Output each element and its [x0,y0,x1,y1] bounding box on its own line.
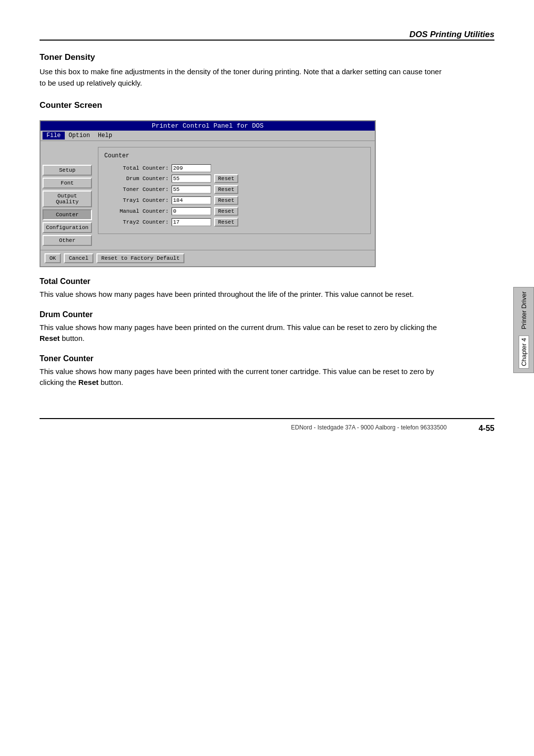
menu-help[interactable]: Help [94,132,116,140]
manual-counter-label: Manual Counter: [104,208,169,214]
header: DOS Printing Utilities [40,30,494,41]
counter-box: Counter Total Counter: Drum Counter: Res… [98,147,371,234]
drum-counter-body-text2: button. [60,334,85,342]
sidebar-btn-configuration[interactable]: Configuration [43,222,92,233]
drum-counter-body: This value shows how many pages have bee… [40,322,445,344]
drum-counter-heading: Drum Counter [40,310,494,319]
toner-counter-input[interactable] [172,186,211,193]
page-number: 4-55 [479,424,494,433]
toner-density-body: Use this box to make fine adjustments in… [40,66,445,89]
toner-counter-label: Toner Counter: [104,187,169,192]
dos-main-panel: Counter Total Counter: Drum Counter: Res… [96,145,373,246]
toner-reset-button[interactable]: Reset [214,185,238,194]
cancel-button[interactable]: Cancel [64,253,93,263]
drum-counter-input[interactable] [172,175,211,183]
chapter-label: Chapter 4 [519,335,529,369]
menu-file[interactable]: File [43,132,65,140]
printer-driver-label: Printer Driver [520,291,528,330]
toner-counter-body-bold: Reset [78,378,98,386]
counter-row-total: Total Counter: [104,164,364,172]
total-counter-input[interactable] [172,164,211,172]
right-tab: Printer Driver Chapter 4 [513,287,534,373]
counter-row-toner: Toner Counter: Reset [104,185,364,194]
tray1-counter-label: Tray1 Counter: [104,197,169,203]
sidebar-btn-font[interactable]: Font [43,178,92,189]
sidebar-btn-output-quality[interactable]: Output Quality [43,190,92,207]
page-footer: EDNord - Istedgade 37A - 9000 Aalborg - … [40,418,494,433]
toner-counter-body-text2: button. [98,378,123,386]
tray2-counter-input[interactable] [172,218,211,226]
manual-counter-input[interactable] [172,207,211,215]
counter-row-drum: Drum Counter: Reset [104,174,364,183]
dos-sidebar: Setup Font Output Quality Counter Config… [43,145,92,246]
drum-counter-body-bold: Reset [40,334,60,342]
counter-row-tray1: Tray1 Counter: Reset [104,196,364,205]
counter-row-tray2: Tray2 Counter: Reset [104,218,364,227]
total-counter-body: This value shows how many pages have bee… [40,289,445,300]
dos-menubar: File Option Help [41,131,375,141]
manual-reset-button[interactable]: Reset [214,207,238,216]
counter-row-manual: Manual Counter: Reset [104,207,364,216]
ok-button[interactable]: OK [44,253,61,263]
counter-box-title: Counter [104,152,364,159]
dos-footer: OK Cancel Reset to Factory Default [41,250,375,266]
tray2-reset-button[interactable]: Reset [214,218,238,227]
sidebar-btn-setup[interactable]: Setup [43,165,92,176]
tray1-counter-input[interactable] [172,196,211,204]
drum-reset-button[interactable]: Reset [214,174,238,183]
sidebar-btn-other[interactable]: Other [43,235,92,246]
toner-density-heading: Toner Density [40,52,494,62]
tray2-counter-label: Tray2 Counter: [104,219,169,225]
total-counter-heading: Total Counter [40,277,494,286]
header-title: DOS Printing Utilities [409,30,494,41]
total-counter-label: Total Counter: [104,165,169,171]
toner-counter-heading: Toner Counter [40,354,494,363]
page: Printer Driver Chapter 4 DOS Printing Ut… [0,0,534,756]
footer-info: EDNord - Istedgade 37A - 9000 Aalborg - … [259,424,479,431]
dos-content: Setup Font Output Quality Counter Config… [41,141,375,250]
drum-counter-label: Drum Counter: [104,176,169,182]
toner-counter-body: This value shows how many pages have bee… [40,366,445,388]
reset-factory-button[interactable]: Reset to Factory Default [96,253,184,263]
tray1-reset-button[interactable]: Reset [214,196,238,205]
dos-window: Printer Control Panel for DOS File Optio… [40,120,376,267]
sidebar-btn-counter[interactable]: Counter [43,209,92,220]
drum-counter-body-text1: This value shows how many pages have bee… [40,323,437,331]
dos-titlebar: Printer Control Panel for DOS [41,121,375,131]
counter-screen-heading: Counter Screen [40,100,494,110]
menu-option[interactable]: Option [65,132,94,140]
